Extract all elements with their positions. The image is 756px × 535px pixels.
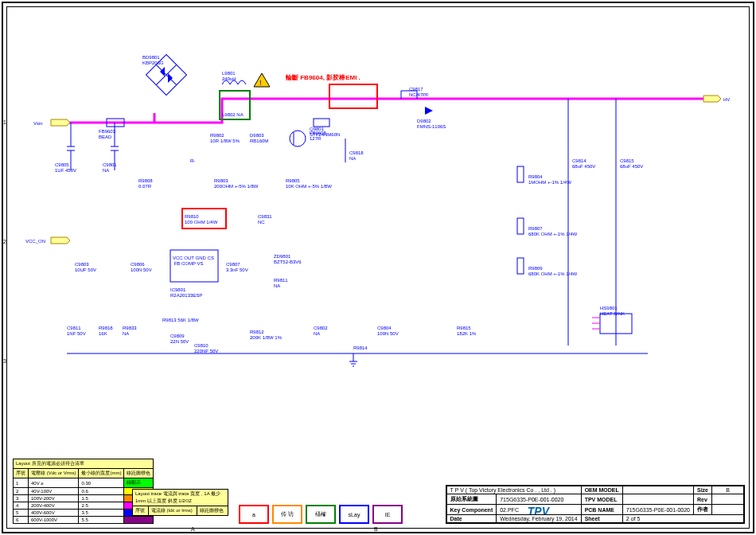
label-d9803: D9803RB160M <box>250 133 268 143</box>
svg-point-4 <box>290 131 306 146</box>
label-r9803: R9803200OHM +-5% 1/8W <box>214 178 259 189</box>
r9807-icon <box>517 218 524 234</box>
lg-r: 0.30 <box>79 478 124 488</box>
label-vccon: VCC_ON <box>25 239 45 244</box>
label-hv: HV <box>723 97 730 102</box>
label-c9801: C9801NA <box>103 162 117 173</box>
lg-r: 4 <box>14 502 29 510</box>
legend-title: Layout 所見的電源必須符合清單 <box>14 459 154 469</box>
label-r9809: R9809680K OHM +-1% 1/4W <box>528 266 578 276</box>
tb-date: Wednesday, February 19, 2014 <box>497 515 581 523</box>
tb-sheet: 2 of 5 <box>622 515 743 523</box>
ruler-left-3: 3 <box>3 358 6 364</box>
color-box-green: 橻榷 <box>306 505 336 524</box>
d9802-icon <box>425 107 433 115</box>
label-r9833: R9833NA <box>123 326 137 336</box>
svg-marker-1 <box>160 67 165 76</box>
label-rminus: R- <box>190 158 195 163</box>
label-l9801: L9801240uH <box>222 71 236 81</box>
label-r9818: R981816K <box>99 326 113 336</box>
tb-proj-l: 原始系統圖 <box>446 494 497 505</box>
label-c9817: C9817NC/47PF <box>409 87 429 97</box>
label-c9810: C9810220NF 50V <box>194 343 218 353</box>
port-hv-icon <box>703 96 721 102</box>
svg-marker-2 <box>168 73 173 83</box>
color-box-orange: 传 访 <box>272 505 302 524</box>
label-r9814: R9814 <box>353 346 368 350</box>
port-vccon-icon <box>51 237 70 244</box>
lg-r: 400V-600V <box>29 510 79 517</box>
tb-oem-l: OEM MODEL <box>581 486 622 494</box>
label-zd9801: ZD9801BZT52-B3V6 <box>274 254 302 264</box>
ruler-left-1: 1 <box>3 119 6 125</box>
tb-pcb-l: PCB NAME <box>581 505 622 515</box>
lg-r: 1 <box>14 478 29 488</box>
warning-bang: ! <box>259 79 262 87</box>
port-vsin-icon <box>51 119 70 126</box>
label-r9810: R9810100 OHM 1/4W <box>185 214 218 225</box>
label-q9801: Q9801STF24NM60N <box>310 127 340 137</box>
lm: 電流線 (Idc or Irms) <box>148 506 197 516</box>
label-r9812: R9812200K 1/8W 1% <box>250 330 283 340</box>
tb-size: B <box>712 486 744 494</box>
label-heatsink: HS9801HEAT SINK <box>600 306 625 316</box>
color-box-purple: IE <box>372 505 403 524</box>
tb-kc-l: Key Component <box>446 505 497 515</box>
lg-r: 3 <box>14 495 29 502</box>
label-fb9603: FB9603BEAD <box>99 129 116 139</box>
lg-r: 綠顯示 <box>124 478 154 488</box>
label-r9813: R9813 56K 1/8W <box>162 318 199 322</box>
legend-mid: Layout trace 電流與 trace 寬度 , 1A 最少 1mm 以上… <box>132 489 228 516</box>
tb-kc: 02.PFC <box>497 505 581 515</box>
label-c9811: C98111NF 50V <box>67 326 86 336</box>
tb-auth-l: 作者 <box>693 505 711 515</box>
r9804-icon <box>517 166 524 182</box>
lg-r: 0.6 <box>79 488 124 495</box>
label-r9815: R9815182K 1% <box>457 326 477 336</box>
label-bd9801: BD9801KBP206G <box>142 55 164 65</box>
label-c9805: C98051UF 450V <box>55 162 76 173</box>
tb-auth <box>712 505 744 515</box>
label-r9805: R980510K OHM +-5% 1/8W <box>286 178 332 189</box>
note-top: 輸斷 FB9604, 影胶棒EMI . <box>285 74 360 81</box>
label-c9804: C9804100N 50V <box>377 326 399 336</box>
label-icpins: VCC OUT GND CS FB COMP VS <box>173 256 214 266</box>
lg-r: 6 <box>14 517 29 524</box>
lg-r <box>124 517 154 524</box>
lg-r: 3.5 <box>79 510 124 517</box>
tb-proj: 715G6335-P0E-001-0020 <box>497 494 581 505</box>
label-c9803: C980310UF 50V <box>75 262 96 272</box>
color-box-blue: sLay <box>339 505 369 524</box>
label-ic9801: IC9801R2A20133ESP <box>170 287 202 298</box>
tb-tpvm <box>622 494 693 505</box>
tb-size-l: Size <box>693 486 711 494</box>
legend-mid-title: Layout trace 電流與 trace 寬度 , 1A 最少 1mm 以上… <box>133 490 228 506</box>
label-r9804: R98041MOHM +-1% 1/4W <box>528 174 571 185</box>
fb9605-icon <box>314 119 329 127</box>
schematic-svg: BD9801KBP206G FB9603BEAD Vsin HV L980124… <box>11 11 743 457</box>
q9801-icon <box>290 131 306 146</box>
ruler-bot-b: B <box>374 526 378 532</box>
label-r9808: R98080.07R <box>138 178 153 189</box>
label-c9815: C981568uF 450V <box>620 158 643 169</box>
legend-col1: 序號 <box>14 469 29 478</box>
label-l9802: L9802 NA <box>222 112 244 117</box>
legend-col3: 最小線的寬度(mm) <box>79 469 124 478</box>
lg-r: 2.5 <box>79 502 124 510</box>
ruler-left-2: 2 <box>3 239 6 244</box>
lg-r: 100V-200V <box>29 495 79 502</box>
label-c9809: C980922N 50V <box>170 334 189 344</box>
main-bus <box>67 99 703 123</box>
gnd-symbol <box>349 353 357 366</box>
label-r9802: R980210R 1/8W 5% <box>210 133 240 143</box>
label-r9807: R9807680K OHM +-1% 1/4W <box>528 226 578 236</box>
color-box-row: a 传 访 橻榷 sLay IE <box>239 505 403 524</box>
lg-r: 40V-100V <box>29 488 79 495</box>
lm: 線距圖標色 <box>197 506 228 516</box>
ic9801-icon <box>170 250 218 282</box>
tb-tpvm-l: TPV MODEL <box>581 494 622 505</box>
lg-r: 600V-1000V <box>29 517 79 524</box>
schematic-canvas: BD9801KBP206G FB9603BEAD Vsin HV L980124… <box>11 11 745 524</box>
label-c9831: C9831NC <box>258 214 272 225</box>
label-c9818: C9818NA <box>349 150 364 161</box>
